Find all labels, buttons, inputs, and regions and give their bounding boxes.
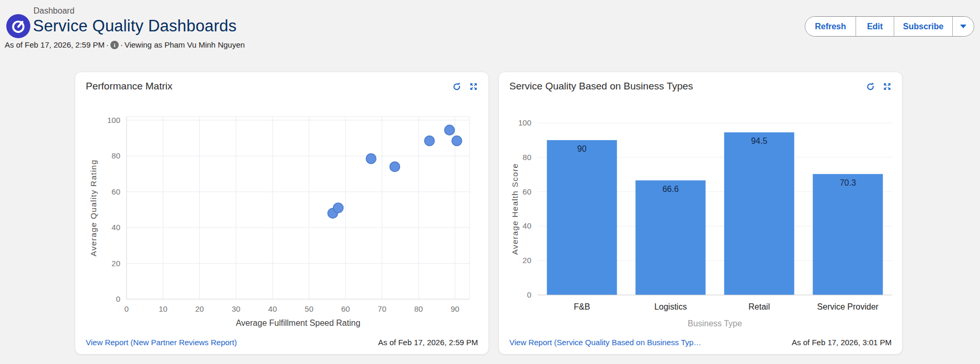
- chart-title: Performance Matrix: [86, 81, 173, 92]
- scatter-point[interactable]: [445, 125, 454, 135]
- card-actions: [866, 81, 894, 91]
- bar-retail[interactable]: [724, 132, 794, 295]
- x-category-label: Retail: [748, 302, 770, 311]
- y-tick-label: 80: [111, 151, 120, 160]
- x-category-label: F&B: [574, 302, 590, 311]
- performance-matrix-chart: 0102030405060708090020406080100Average F…: [86, 101, 479, 334]
- bar-f-b[interactable]: [547, 140, 617, 295]
- y-tick-label: 40: [111, 223, 120, 232]
- y-tick-label: 0: [116, 294, 120, 303]
- dashboard-logo-icon: [6, 14, 30, 38]
- bar-service-provider[interactable]: [813, 174, 883, 295]
- scatter-point[interactable]: [390, 162, 400, 172]
- y-tick-label: 20: [111, 259, 120, 268]
- x-tick-label: 70: [378, 304, 386, 313]
- viewing-as-text: Viewing as Pham Vu Minh Nguyen: [124, 40, 245, 49]
- bar-value-label: 66.6: [663, 185, 679, 194]
- scatter-point[interactable]: [452, 136, 462, 146]
- action-button-group: Refresh Edit Subscribe: [805, 16, 974, 37]
- x-tick-label: 60: [341, 304, 350, 313]
- x-category-label: Logistics: [654, 302, 687, 311]
- y-tick-label: 80: [522, 153, 531, 162]
- x-tick-label: 90: [451, 304, 460, 313]
- x-tick-label: 30: [232, 304, 241, 313]
- y-tick-label: 100: [518, 118, 531, 127]
- service-quality-chart: 02040608010090F&B66.6Logistics94.5Retail…: [509, 104, 893, 336]
- edit-button[interactable]: Edit: [856, 17, 894, 36]
- y-tick-label: 100: [107, 116, 120, 124]
- bar-logistics[interactable]: [635, 180, 705, 295]
- x-tick-label: 20: [195, 304, 204, 313]
- more-actions-button[interactable]: [952, 17, 974, 36]
- bar-plot-svg: 02040608010090F&B66.6Logistics94.5Retail…: [509, 104, 893, 334]
- scatter-point[interactable]: [333, 203, 343, 213]
- x-tick-label: 10: [158, 304, 167, 313]
- expand-chart-icon[interactable]: [883, 82, 892, 91]
- page-title: Service Quality Dashboards: [33, 17, 236, 36]
- refresh-chart-icon[interactable]: [452, 82, 461, 91]
- performance-matrix-card: Performance Matrix 010203040506070809002…: [75, 72, 489, 355]
- x-axis-title: Business Type: [688, 319, 742, 328]
- y-tick-label: 60: [111, 187, 120, 196]
- subscribe-button[interactable]: Subscribe: [894, 17, 952, 36]
- y-axis-title: Average Health Score: [510, 163, 519, 255]
- dashboard-page: { "header": { "breadcrumb": "Dashboard",…: [0, 0, 980, 364]
- chart-title: Service Quality Based on Business Types: [509, 81, 693, 92]
- scatter-plot-svg: 0102030405060708090020406080100Average F…: [86, 101, 479, 332]
- chart-timestamp: As of Feb 17, 2026, 2:59 PM: [378, 338, 478, 347]
- y-tick-label: 20: [522, 256, 531, 265]
- separator-dot: ·: [120, 40, 123, 49]
- x-category-label: Service Provider: [817, 302, 879, 311]
- expand-chart-icon[interactable]: [469, 82, 478, 91]
- y-axis-title: Average Quality Rating: [89, 160, 98, 257]
- x-tick-label: 80: [414, 304, 423, 313]
- view-report-link[interactable]: View Report (New Partner Reviews Report): [86, 338, 237, 347]
- y-tick-label: 40: [522, 221, 531, 230]
- scatter-point[interactable]: [425, 136, 435, 146]
- refresh-button[interactable]: Refresh: [805, 17, 856, 36]
- view-report-link[interactable]: View Report (Service Quality Based on Bu…: [509, 338, 701, 347]
- x-tick-label: 0: [124, 304, 129, 313]
- as-of-text: As of Feb 17, 2026, 2:59 PM: [5, 40, 105, 49]
- y-tick-label: 0: [527, 290, 531, 299]
- scatter-point[interactable]: [366, 154, 376, 164]
- caret-down-icon: [960, 25, 966, 28]
- x-tick-label: 50: [305, 304, 314, 313]
- refresh-chart-icon[interactable]: [866, 82, 875, 91]
- card-actions: [452, 81, 480, 91]
- bar-value-label: 70.3: [840, 178, 856, 187]
- chart-timestamp: As of Feb 17, 2026, 3:01 PM: [792, 338, 892, 347]
- x-tick-label: 40: [268, 304, 277, 313]
- info-icon[interactable]: i: [110, 41, 119, 49]
- bar-value-label: 90: [577, 144, 587, 153]
- x-axis-title: Average Fulfillment Speed Rating: [236, 318, 360, 327]
- service-quality-card: Service Quality Based on Business Types …: [498, 72, 903, 355]
- as-of-row: As of Feb 17, 2026, 2:59 PM · i · Viewin…: [5, 40, 245, 49]
- breadcrumb: Dashboard: [33, 6, 74, 16]
- separator-dot: ·: [106, 40, 109, 49]
- y-tick-label: 60: [522, 187, 531, 196]
- bar-value-label: 94.5: [751, 136, 767, 145]
